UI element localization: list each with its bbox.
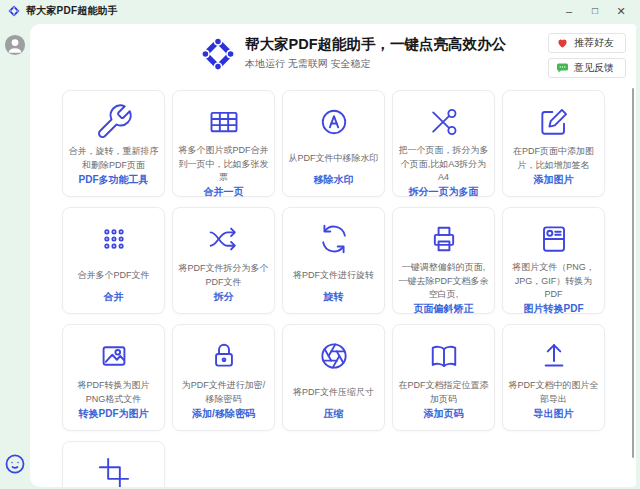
brand-text: 帮大家PDF超能助手，一键点亮高效办公 本地运行 无需联网 安全稳定 [245, 37, 506, 72]
card-compress[interactable]: 将PDF文件压缩尺寸 压缩 [282, 324, 385, 431]
recommend-friends-label: 推荐好友 [574, 36, 614, 50]
card-split[interactable]: 将PDF文件拆分为多个PDF文件 拆分 [172, 207, 275, 314]
maximize-button[interactable]: □ [582, 1, 608, 21]
grid-table-icon [204, 100, 244, 144]
crop-icon [94, 451, 134, 487]
card-action-link[interactable]: PDF多功能工具 [79, 173, 149, 189]
person-icon [4, 34, 26, 56]
card-action-link[interactable]: 压缩 [324, 407, 344, 423]
app-logo-icon [200, 36, 236, 72]
edit-image-icon [534, 100, 574, 144]
upload-arrow-icon [534, 334, 574, 378]
card-pdf-to-image[interactable]: 将PDF转换为图片PNG格式文件 转换PDF为图片 [62, 324, 165, 431]
feedback-button[interactable]: 意见反馈 [548, 58, 626, 78]
card-action-link[interactable]: 合并一页 [204, 185, 244, 201]
card-description: 在PDF页面中添加图片，比如增加签名 [508, 144, 599, 173]
card-action-link[interactable]: 拆分 [214, 290, 234, 306]
card-description: 将PDF文档中的图片全部导出 [508, 378, 599, 407]
card-description: 把一个页面，拆分为多个页面,比如A3拆分为A4 [398, 144, 489, 185]
card-description: 合并多个PDF文件 [78, 261, 150, 290]
card-action-link[interactable]: 添加页码 [424, 407, 464, 423]
card-description: 将图片文件（PNG，JPG，GIF）转换为PDF [508, 261, 599, 302]
image-icon [94, 334, 134, 378]
card-description: 一键调整偏斜的页面,一键去除PDF文档多余空白页, [398, 261, 489, 302]
minimize-button[interactable]: – [556, 1, 582, 21]
card-export-images[interactable]: 将PDF文档中的图片全部导出 导出图片 [502, 324, 605, 431]
card-action-link[interactable]: 添加/移除密码 [192, 407, 255, 423]
card-action-link[interactable]: 转换PDF为图片 [79, 407, 149, 423]
main-panel: 帮大家PDF超能助手，一键点亮高效办公 本地运行 无需联网 安全稳定 推荐好友 … [30, 24, 636, 487]
page-title: 帮大家PDF超能助手，一键点亮高效办公 [245, 37, 506, 53]
card-description: 合并，旋转，重新排序和删除PDF页面 [68, 144, 159, 173]
recommend-friends-button[interactable]: 推荐好友 [548, 33, 626, 53]
card-description: 将PDF文件进行旋转 [293, 261, 374, 290]
card-rotate[interactable]: 将PDF文件进行旋转 旋转 [282, 207, 385, 314]
window-controls: – □ ✕ [556, 1, 634, 21]
card-page-numbers[interactable]: 在PDF文档指定位置添加页码 添加页码 [392, 324, 495, 431]
watermark-circle-a-icon [314, 100, 354, 144]
card-action-link[interactable]: 合并 [104, 290, 124, 306]
card-remove-watermark[interactable]: 从PDF文件中移除水印 移除水印 [282, 90, 385, 197]
scissors-icon [424, 100, 464, 144]
card-deskew[interactable]: 一键调整偏斜的页面,一键去除PDF文档多余空白页, 页面偏斜矫正 [392, 207, 495, 314]
app-logo-icon [8, 5, 20, 17]
card-description: 将PDF文件压缩尺寸 [293, 378, 374, 407]
camera-icon [534, 217, 574, 261]
card-multi-tool[interactable]: 合并，旋转，重新排序和删除PDF页面 PDF多功能工具 [62, 90, 165, 197]
card-action-link[interactable]: 移除水印 [314, 173, 354, 189]
card-description: 将PDF文件拆分为多个PDF文件 [178, 261, 269, 290]
rotate-icon [314, 217, 354, 261]
card-description: 在PDF文档指定位置添加页码 [398, 378, 489, 407]
card-crop[interactable] [62, 441, 165, 487]
printer-icon [424, 217, 464, 261]
header: 帮大家PDF超能助手，一键点亮高效办公 本地运行 无需联网 安全稳定 推荐好友 … [30, 24, 636, 90]
book-icon [424, 334, 464, 378]
window-title: 帮大家PDF超能助手 [26, 4, 118, 18]
card-action-link[interactable]: 旋转 [324, 290, 344, 306]
card-add-image[interactable]: 在PDF页面中添加图片，比如增加签名 添加图片 [502, 90, 605, 197]
vertical-scrollbar[interactable] [632, 88, 634, 458]
card-description: 将PDF转换为图片PNG格式文件 [68, 378, 159, 407]
card-split-page[interactable]: 把一个页面，拆分为多个页面,比如A3拆分为A4 拆分一页为多面 [392, 90, 495, 197]
header-actions: 推荐好友 意见反馈 [548, 33, 626, 78]
tools-grid: 合并，旋转，重新排序和删除PDF页面 PDF多功能工具 将多个图片或PDF合并到… [62, 90, 606, 487]
card-action-link[interactable]: 页面偏斜矫正 [414, 302, 474, 318]
lock-icon [204, 334, 244, 378]
titlebar: 帮大家PDF超能助手 – □ ✕ [0, 0, 640, 22]
feedback-label: 意见反馈 [574, 61, 614, 75]
chat-icon [556, 62, 569, 74]
close-button[interactable]: ✕ [608, 1, 634, 21]
card-description: 从PDF文件中移除水印 [289, 144, 379, 173]
feedback-smiley-icon[interactable] [4, 453, 26, 475]
card-action-link[interactable]: 拆分一页为多面 [409, 185, 479, 201]
aperture-icon [314, 334, 354, 378]
card-description: 为PDF文件进行加密/移除密码 [178, 378, 269, 407]
card-action-link[interactable]: 图片转换PDF [524, 302, 584, 318]
card-merge[interactable]: 合并多个PDF文件 合并 [62, 207, 165, 314]
page-subtitle: 本地运行 无需联网 安全稳定 [245, 57, 506, 71]
shuffle-icon [204, 217, 244, 261]
card-merge-one-page[interactable]: 将多个图片或PDF合并到一页中，比如多张发票 合并一页 [172, 90, 275, 197]
card-action-link[interactable]: 添加图片 [534, 173, 574, 189]
card-description: 将多个图片或PDF合并到一页中，比如多张发票 [178, 144, 269, 185]
user-avatar[interactable] [4, 34, 26, 56]
card-password[interactable]: 为PDF文件进行加密/移除密码 添加/移除密码 [172, 324, 275, 431]
sidebar [0, 22, 30, 489]
wrench-icon [94, 100, 134, 144]
brand: 帮大家PDF超能助手，一键点亮高效办公 本地运行 无需联网 安全稳定 [200, 36, 506, 72]
card-action-link[interactable]: 导出图片 [534, 407, 574, 423]
dots-grid-icon [95, 217, 133, 261]
heart-icon [556, 37, 569, 49]
card-image-to-pdf[interactable]: 将图片文件（PNG，JPG，GIF）转换为PDF 图片转换PDF [502, 207, 605, 314]
